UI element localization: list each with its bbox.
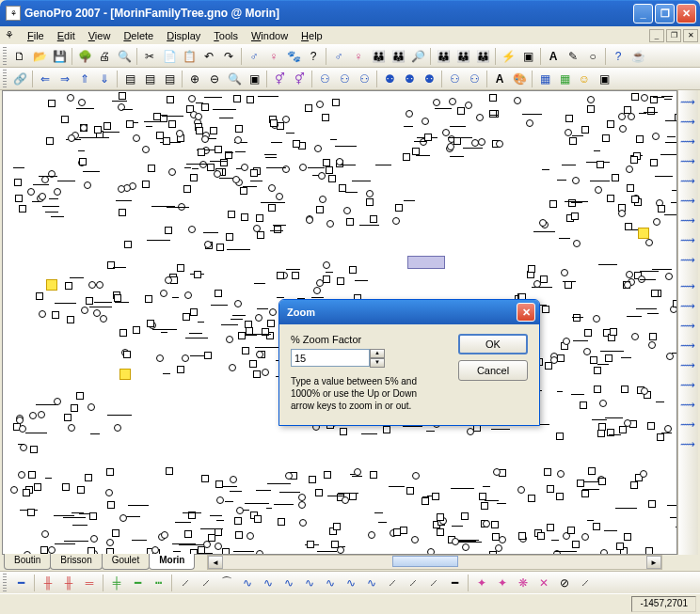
person-node[interactable]: [628, 113, 635, 120]
rel1-icon[interactable]: ━: [11, 574, 30, 592]
family2-icon[interactable]: 👪: [389, 47, 407, 66]
person-node[interactable]: [607, 120, 614, 128]
female-icon[interactable]: ♀: [264, 47, 283, 66]
person-node[interactable]: [517, 486, 525, 494]
person-node[interactable]: [366, 190, 374, 197]
person-node[interactable]: [228, 211, 235, 218]
person-node[interactable]: [526, 119, 533, 127]
person-node[interactable]: [88, 281, 96, 289]
person-node[interactable]: [630, 156, 638, 164]
rel21-icon[interactable]: ━: [445, 574, 464, 592]
person-node[interactable]: [168, 120, 176, 128]
person-node[interactable]: [255, 314, 262, 322]
horizontal-scrollbar[interactable]: ◄ ►: [207, 555, 662, 570]
unknown-icon[interactable]: ?: [304, 47, 323, 66]
person-node[interactable]: [105, 489, 113, 496]
person-node[interactable]: [194, 271, 201, 278]
person-node[interactable]: [406, 487, 414, 495]
person-node[interactable]: [337, 546, 344, 554]
scroll-left-button[interactable]: ◄: [208, 556, 223, 569]
close-button[interactable]: ✕: [676, 4, 696, 24]
person-node[interactable]: [103, 122, 111, 130]
person-node[interactable]: [465, 102, 472, 109]
color-icon[interactable]: 🎨: [510, 70, 529, 88]
person-node[interactable]: [572, 177, 580, 184]
person-node[interactable]: [230, 476, 237, 483]
person-node[interactable]: [370, 471, 377, 479]
person-node[interactable]: [597, 430, 605, 437]
person-node[interactable]: [540, 276, 548, 283]
person-node[interactable]: [605, 354, 612, 362]
person-node[interactable]: [549, 200, 557, 208]
person-node[interactable]: [214, 170, 221, 178]
person-node[interactable]: [594, 367, 601, 374]
nav-up-icon[interactable]: ⇑: [75, 70, 94, 88]
person-node[interactable]: [580, 401, 587, 409]
person-node[interactable]: [349, 266, 357, 274]
dialog-titlebar[interactable]: Zoom ✕: [279, 300, 539, 324]
person-node[interactable]: [39, 193, 46, 200]
highlight-node[interactable]: [46, 279, 57, 291]
person-node[interactable]: [518, 532, 526, 540]
person-node[interactable]: [618, 113, 626, 120]
person-node[interactable]: [168, 168, 176, 176]
highlight-node[interactable]: [638, 228, 649, 239]
person-node[interactable]: [616, 543, 624, 550]
rel8-icon[interactable]: ⟋: [176, 574, 195, 592]
person-node[interactable]: [392, 217, 400, 225]
person-node[interactable]: [299, 164, 307, 171]
person-node[interactable]: [664, 425, 672, 433]
person-node[interactable]: [449, 98, 456, 105]
face-icon[interactable]: ☺: [575, 70, 594, 88]
person-node[interactable]: [235, 125, 243, 133]
rel12-icon[interactable]: ∿: [259, 574, 278, 592]
person-node[interactable]: [85, 474, 92, 481]
person-node[interactable]: [229, 364, 236, 371]
zoomin-icon[interactable]: ⊕: [185, 70, 204, 88]
text-icon[interactable]: A: [544, 47, 563, 66]
person-node[interactable]: [86, 297, 93, 305]
person-node[interactable]: [247, 96, 254, 103]
person-node[interactable]: [583, 348, 591, 355]
person-node[interactable]: [94, 126, 102, 134]
person-node[interactable]: [337, 277, 344, 285]
person-node[interactable]: [184, 291, 192, 299]
family3-icon[interactable]: 👪: [434, 47, 453, 66]
open-icon[interactable]: 📂: [30, 47, 49, 66]
redo-icon[interactable]: ↷: [219, 47, 238, 66]
person-node[interactable]: [61, 116, 69, 123]
person-node[interactable]: [624, 419, 631, 427]
person-node[interactable]: [298, 501, 306, 509]
person-node[interactable]: [528, 495, 535, 502]
person-node[interactable]: [557, 470, 565, 478]
person-node[interactable]: [636, 135, 644, 143]
person-node[interactable]: [215, 480, 223, 488]
coffee-icon[interactable]: ☕: [628, 47, 647, 66]
person-node[interactable]: [38, 411, 45, 418]
person-node[interactable]: [278, 518, 285, 526]
person-node[interactable]: [226, 336, 233, 343]
person-node[interactable]: [624, 533, 631, 541]
person-node[interactable]: [354, 468, 361, 476]
person-node[interactable]: [306, 216, 313, 224]
person-node[interactable]: [599, 400, 607, 407]
person-node[interactable]: [268, 204, 276, 212]
vtool-7[interactable]: ⟿: [678, 211, 697, 229]
tree-icon[interactable]: 🌳: [75, 47, 94, 66]
person-node[interactable]: [393, 528, 401, 536]
person-node[interactable]: [79, 158, 87, 165]
person-node[interactable]: [561, 269, 568, 276]
menu-tools[interactable]: Tools: [207, 28, 245, 43]
nav-down-icon[interactable]: ⇓: [95, 70, 114, 88]
person-node[interactable]: [433, 99, 440, 106]
vtool-2[interactable]: ⟿: [678, 112, 697, 131]
person-node[interactable]: [340, 428, 347, 435]
person-node[interactable]: [19, 205, 26, 213]
menu-edit[interactable]: Edit: [51, 28, 82, 43]
menu-window[interactable]: Window: [245, 28, 294, 43]
person-node[interactable]: [67, 316, 74, 323]
person-node[interactable]: [452, 538, 459, 545]
person-node[interactable]: [249, 360, 257, 368]
person-node[interactable]: [68, 134, 75, 142]
zoom-icon[interactable]: 🔍: [225, 70, 244, 88]
